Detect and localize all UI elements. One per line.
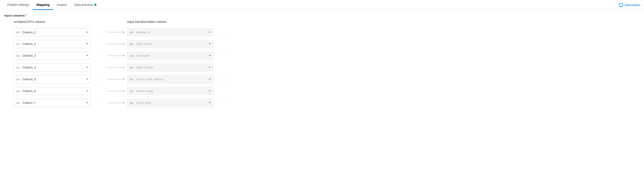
arrow-row-6	[104, 97, 127, 109]
right-abc-icon-2: abc	[130, 54, 134, 57]
arrow-4	[107, 78, 125, 81]
left-value-0: Column_1	[22, 31, 85, 34]
left-value-4: Column_5	[22, 77, 85, 81]
left-dropdown-0[interactable]: abc Column_1	[14, 28, 91, 36]
left-dropdown-3[interactable]: abc Column_4	[14, 63, 91, 72]
tab-bar: Flowlet settings Mapping Inspect Data pr…	[0, 0, 644, 10]
arrows-column	[104, 26, 127, 109]
abc-icon-3: abc	[16, 66, 21, 69]
left-row-6: abc Column 7	[14, 97, 104, 109]
abc-icon-4: abc	[16, 78, 21, 81]
arrow-head-1	[123, 43, 125, 45]
chevron-down-icon-0	[86, 32, 88, 33]
arrow-row-2	[104, 50, 127, 62]
arrow-head-6	[123, 102, 125, 104]
right-row-2: abc Deceased	[127, 50, 236, 62]
right-value-6: Home state	[136, 101, 207, 104]
abc-icon-5: abc	[16, 90, 21, 92]
right-chevron-5	[208, 90, 211, 92]
arrow-head-0	[123, 31, 125, 33]
right-chevron-3	[208, 67, 211, 68]
right-row-1: abc Date of birth	[127, 38, 236, 50]
main-content: Input columns * srcStarsCSV's column Inp…	[0, 10, 644, 112]
description-icon	[619, 3, 623, 6]
right-chevron-1	[208, 43, 211, 44]
right-value-1: Date of birth	[136, 42, 207, 45]
right-dropdown-4[interactable]: abc Home street address	[127, 75, 214, 83]
arrow-head-4	[123, 78, 125, 81]
abc-icon-0: abc	[16, 31, 21, 33]
chevron-down-icon-3	[86, 67, 88, 68]
left-row-0: abc Column_1	[14, 26, 104, 38]
left-row-2: abc Column_3	[14, 50, 104, 62]
right-dropdown-3[interactable]: abc Date of death	[127, 63, 214, 72]
left-value-2: Column_3	[22, 54, 85, 57]
chevron-down-icon-4	[86, 79, 88, 80]
right-col-rows: abc Member id abc Date of birth abc	[127, 26, 236, 109]
right-column-header: Input transformation column	[127, 20, 236, 23]
data-preview-dot	[94, 4, 96, 6]
tab-inspect-label: Inspect	[57, 3, 67, 6]
tab-data-preview[interactable]: Data preview	[70, 0, 100, 10]
left-value-3: Column_4	[22, 66, 85, 69]
arrow-row-0	[104, 26, 127, 38]
tab-mapping-label: Mapping	[36, 3, 50, 6]
right-chevron-4	[208, 79, 211, 80]
left-dropdown-1[interactable]: abc Column_2	[14, 40, 91, 48]
arrow-6	[107, 102, 125, 104]
arrow-2	[107, 54, 125, 57]
section-label: Input columns *	[4, 13, 640, 17]
right-dropdown-6[interactable]: abc Home state	[127, 99, 214, 107]
right-abc-icon-0: abc	[130, 31, 134, 33]
tab-inspect[interactable]: Inspect	[53, 0, 70, 10]
arrow-row-3	[104, 62, 127, 73]
right-abc-icon-1: abc	[130, 43, 134, 45]
right-value-4: Home street address	[136, 77, 207, 81]
required-indicator: *	[26, 13, 26, 17]
tab-mapping[interactable]: Mapping	[33, 0, 53, 10]
chevron-down-icon-1	[86, 43, 88, 44]
right-dropdown-0[interactable]: abc Member id	[127, 28, 214, 36]
left-row-4: abc Column_5	[14, 73, 104, 85]
right-panel: abc Member id abc Date of birth abc	[127, 26, 236, 109]
right-row-0: abc Member id	[127, 26, 236, 38]
left-dropdown-2[interactable]: abc Column_3	[14, 52, 91, 60]
left-dropdown-4[interactable]: abc Column_5	[14, 75, 91, 83]
right-chevron-2	[208, 55, 211, 56]
arrow-3	[107, 66, 125, 69]
arrow-head-2	[123, 54, 125, 57]
right-abc-icon-4: abc	[130, 78, 134, 81]
left-value-6: Column 7	[22, 101, 85, 104]
left-value-5: Column_6	[22, 89, 85, 93]
chevron-down-icon-6	[86, 102, 88, 103]
left-dropdown-5[interactable]: abc Column_6	[14, 87, 91, 95]
right-row-5: abc Home county	[127, 85, 236, 97]
description-button[interactable]: Description	[619, 3, 640, 7]
right-dropdown-2[interactable]: abc Deceased	[127, 52, 214, 60]
right-value-2: Deceased	[136, 54, 207, 57]
right-dropdown-5[interactable]: abc Home county	[127, 87, 214, 95]
mapping-layout: abc Column_1 abc Column_2 abc Co	[4, 26, 640, 109]
right-abc-icon-3: abc	[130, 66, 134, 69]
tab-flowlet-settings[interactable]: Flowlet settings	[4, 0, 33, 10]
right-value-5: Home county	[136, 89, 207, 93]
right-row-3: abc Date of death	[127, 62, 236, 73]
arrow-row-1	[104, 38, 127, 50]
tab-flowlet-settings-label: Flowlet settings	[7, 3, 29, 6]
right-abc-icon-5: abc	[130, 90, 134, 92]
left-row-5: abc Column_6	[14, 85, 104, 97]
chevron-down-icon-5	[86, 90, 88, 92]
left-column-header: srcStarsCSV's column	[4, 20, 104, 23]
abc-icon-1: abc	[16, 43, 21, 45]
right-value-3: Date of death	[136, 66, 207, 69]
arrow-row-4	[104, 73, 127, 85]
right-dropdown-1[interactable]: abc Date of birth	[127, 40, 214, 48]
left-dropdown-6[interactable]: abc Column 7	[14, 99, 91, 107]
arrow-head-5	[123, 90, 125, 92]
abc-icon-2: abc	[16, 54, 21, 57]
right-abc-icon-6: abc	[130, 102, 134, 104]
right-row-4: abc Home street address	[127, 73, 236, 85]
abc-icon-6: abc	[16, 102, 21, 104]
right-chevron-6	[208, 102, 211, 103]
left-row-1: abc Column_2	[14, 38, 104, 50]
